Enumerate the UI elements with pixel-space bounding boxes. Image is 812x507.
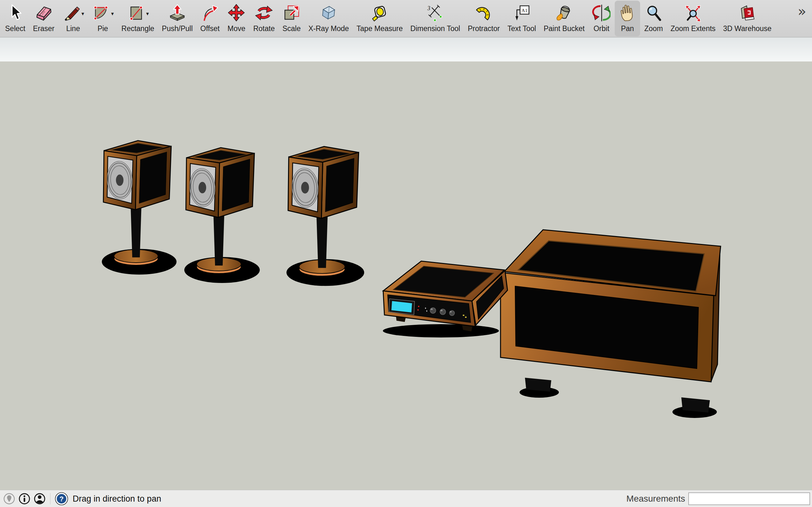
- tool-x-ray-mode[interactable]: X-Ray Mode: [305, 1, 352, 37]
- tool-pie[interactable]: ▾ Pie: [88, 1, 117, 37]
- toolbar-item-label: Scale: [282, 24, 301, 33]
- tool-zoom-extents[interactable]: Zoom Extents: [667, 1, 719, 37]
- toolbar-item-label: Protractor: [468, 24, 500, 33]
- measurements-label: Measurements: [626, 494, 685, 504]
- toolbar-item-label: Line: [66, 24, 80, 33]
- tool-pan[interactable]: Pan: [615, 1, 640, 37]
- chevron-down-icon[interactable]: ▾: [146, 11, 149, 16]
- toolbar-item-label: Paint Bucket: [544, 24, 585, 33]
- protractor-icon: [474, 4, 493, 22]
- select-icon: [6, 4, 24, 22]
- toolbar-item-label: Tape Measure: [357, 24, 403, 33]
- zoom-extents-icon: [684, 4, 702, 22]
- speaker-left[interactable]: [102, 141, 177, 275]
- tool-3d-warehouse[interactable]: 3D Warehouse: [720, 1, 775, 37]
- scale-icon: [282, 4, 301, 22]
- account-icon[interactable]: [34, 493, 46, 505]
- statusbar-divider: [50, 493, 50, 504]
- tool-rectangle[interactable]: ▾ Rectangle: [118, 1, 158, 37]
- dimension-icon: [426, 4, 444, 22]
- toolbar-item-label: Pie: [97, 24, 108, 33]
- toolbar-item-label: Push/Pull: [162, 24, 193, 33]
- tool-protractor[interactable]: Protractor: [464, 1, 503, 37]
- viewport-3d[interactable]: [0, 61, 812, 490]
- status-hint-text: Drag in direction to pan: [72, 494, 161, 504]
- toolbar-items: Select Eraser ▾ Line ▾ Pie ▾ Rectangle: [0, 0, 795, 37]
- tool-scale[interactable]: Scale: [279, 1, 304, 37]
- xray-icon: [319, 4, 338, 22]
- tool-select[interactable]: Select: [2, 1, 29, 37]
- measurements-input[interactable]: [688, 493, 810, 505]
- subwoofer[interactable]: [501, 230, 721, 418]
- toolbar-item-label: Offset: [200, 24, 220, 33]
- tool-line[interactable]: ▾ Line: [59, 1, 88, 37]
- zoom-icon: [645, 4, 663, 22]
- toolbar-item-label: Rotate: [253, 24, 275, 33]
- tool-orbit[interactable]: Orbit: [589, 1, 614, 37]
- pie-icon: [92, 4, 110, 22]
- toolbar-item-label: Eraser: [33, 24, 55, 33]
- scene-svg: [0, 61, 812, 490]
- toolbar-item-label: Select: [5, 24, 26, 33]
- tool-offset[interactable]: Offset: [197, 1, 223, 37]
- tool-dimension-tool[interactable]: Dimension Tool: [407, 1, 464, 37]
- pan-icon: [618, 4, 637, 22]
- warehouse-icon: [738, 4, 757, 22]
- line-icon: [62, 4, 81, 22]
- toolbar-item-label: Orbit: [594, 24, 609, 33]
- paint-bucket-icon: [555, 4, 573, 22]
- tool-tape-measure[interactable]: Tape Measure: [353, 1, 406, 37]
- tool-eraser[interactable]: Eraser: [30, 1, 58, 37]
- offset-icon: [201, 4, 219, 22]
- pushpull-icon: [168, 4, 187, 22]
- text-tool-icon: [513, 4, 531, 22]
- speaker-right[interactable]: [287, 147, 364, 286]
- toolbar: Select Eraser ▾ Line ▾ Pie ▾ Rectangle: [0, 0, 812, 38]
- toolbar-item-label: Zoom Extents: [670, 24, 716, 33]
- tool-push-pull[interactable]: Push/Pull: [158, 1, 196, 37]
- geolocation-icon[interactable]: [3, 493, 15, 505]
- tool-text-tool[interactable]: Text Tool: [504, 1, 540, 37]
- stereo-receiver[interactable]: [383, 261, 507, 337]
- statusbar: Drag in direction to pan Measurements: [0, 490, 812, 507]
- chevron-down-icon[interactable]: ▾: [82, 11, 84, 16]
- tool-move[interactable]: Move: [223, 1, 249, 37]
- toolbar-item-label: Dimension Tool: [410, 24, 460, 33]
- tape-measure-icon: [370, 4, 389, 22]
- move-icon: [227, 4, 246, 22]
- eraser-icon: [35, 4, 53, 22]
- toolbar-item-label: Rectangle: [121, 24, 154, 33]
- help-icon[interactable]: [55, 492, 68, 505]
- chevron-down-icon[interactable]: ▾: [111, 11, 114, 16]
- toolbar-overflow-chevron[interactable]: »: [795, 0, 812, 37]
- toolbar-item-label: Move: [227, 24, 245, 33]
- toolbar-substrip: [0, 38, 812, 61]
- toolbar-item-label: Text Tool: [507, 24, 536, 33]
- toolbar-item-label: Zoom: [644, 24, 663, 33]
- tool-rotate[interactable]: Rotate: [250, 1, 278, 37]
- toolbar-item-label: X-Ray Mode: [308, 24, 349, 33]
- speaker-center[interactable]: [184, 148, 260, 283]
- toolbar-item-label: Pan: [621, 24, 634, 33]
- rotate-icon: [255, 4, 273, 22]
- tool-paint-bucket[interactable]: Paint Bucket: [540, 1, 588, 37]
- toolbar-item-label: 3D Warehouse: [723, 24, 772, 33]
- orbit-icon: [592, 4, 611, 22]
- info-icon[interactable]: [18, 493, 31, 505]
- rectangle-icon: [127, 4, 145, 22]
- tool-zoom[interactable]: Zoom: [641, 1, 666, 37]
